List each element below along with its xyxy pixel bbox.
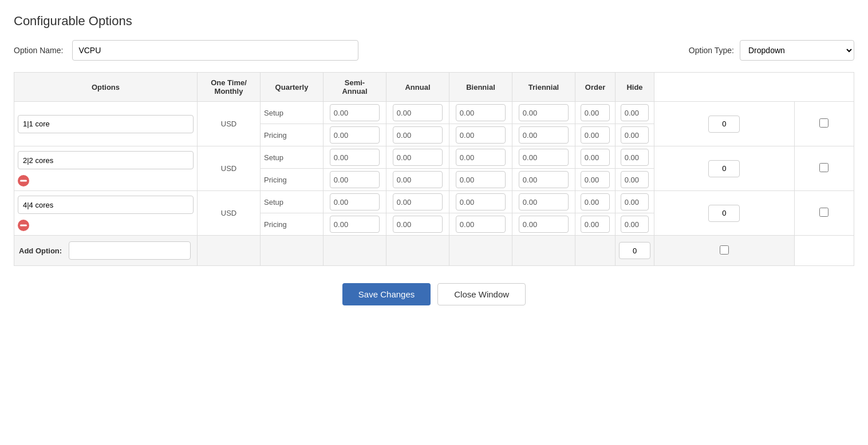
row1-setup-t-input[interactable] <box>621 104 649 121</box>
row2-pricing-t-input[interactable] <box>621 171 649 188</box>
row3-name-cell <box>14 191 198 236</box>
add-option-label: Add Option: <box>19 247 62 255</box>
row3-setup-a <box>512 191 575 213</box>
row1-setup-b-input[interactable] <box>581 104 610 121</box>
add-option-label-cell: Add Option: <box>14 236 198 266</box>
col-header-order: Order <box>575 73 616 102</box>
row2-pricing-t <box>616 169 654 191</box>
add-option-cell5 <box>512 236 575 266</box>
col-header-triennial: Triennial <box>512 73 575 102</box>
row1-pricing-q <box>386 124 449 146</box>
row1-order-cell <box>654 102 795 146</box>
row1-setup-sa-input[interactable] <box>456 104 506 121</box>
row2-pricing-sa-input[interactable] <box>456 171 506 188</box>
row1-setup-q <box>386 102 449 124</box>
table-row: USD Setup <box>14 102 854 124</box>
row2-setup-t <box>616 146 654 169</box>
close-button[interactable]: Close Window <box>437 283 526 305</box>
row1-pricing-sa-input[interactable] <box>456 126 506 144</box>
row1-name-input[interactable] <box>18 115 194 133</box>
row3-setup-b-input[interactable] <box>581 193 610 210</box>
row3-setup-t-input[interactable] <box>621 193 649 210</box>
row2-setup-a-input[interactable] <box>519 149 569 166</box>
row2-pricing-q <box>386 169 449 191</box>
row3-pricing-a-input[interactable] <box>519 216 569 233</box>
row2-setup-q-input[interactable] <box>393 149 443 166</box>
row3-setup-sa <box>449 191 512 213</box>
col-header-semi-annual: Semi-Annual <box>323 73 386 102</box>
row1-setup-sa <box>449 102 512 124</box>
page-title: Configurable Options <box>14 14 854 29</box>
row2-remove-icon[interactable] <box>18 175 29 186</box>
row1-order-input[interactable] <box>708 116 740 133</box>
col-header-annual: Annual <box>386 73 449 102</box>
row3-order-input[interactable] <box>708 205 740 222</box>
row2-setup-b-input[interactable] <box>581 149 610 166</box>
row1-setup-b <box>575 102 616 124</box>
add-option-hide-cell <box>654 236 795 266</box>
row3-name-input[interactable] <box>18 196 194 214</box>
row1-setup-a-input[interactable] <box>519 104 569 121</box>
row2-pricing-label: Pricing <box>261 169 323 191</box>
row2-setup-sa-input[interactable] <box>456 149 506 166</box>
row2-setup-t-input[interactable] <box>621 149 649 166</box>
add-option-cell3 <box>386 236 449 266</box>
table-row: USD Setup <box>14 146 854 169</box>
row1-pricing-q-input[interactable] <box>393 126 443 144</box>
row1-setup-q-input[interactable] <box>393 104 443 121</box>
row1-pricing-b-input[interactable] <box>581 126 610 144</box>
row3-pricing-b-input[interactable] <box>581 216 610 233</box>
row1-pricing-a-input[interactable] <box>519 126 569 144</box>
option-type-select[interactable]: Dropdown Radio Checkbox Quantity Text <box>740 40 854 61</box>
add-option-input[interactable] <box>69 241 191 260</box>
row2-pricing-b-input[interactable] <box>581 171 610 188</box>
row2-setup-b <box>575 146 616 169</box>
row1-setup-label: Setup <box>261 102 323 124</box>
row1-pricing-a <box>512 124 575 146</box>
row2-pricing-a <box>512 169 575 191</box>
row2-pricing-b <box>575 169 616 191</box>
row2-pricing-a-input[interactable] <box>519 171 569 188</box>
row3-pricing-t-input[interactable] <box>621 216 649 233</box>
row3-hide-checkbox[interactable] <box>819 208 828 217</box>
row1-hide-checkbox[interactable] <box>819 118 828 128</box>
row3-pricing-q-input[interactable] <box>393 216 443 233</box>
row2-pricing-otm <box>323 169 386 191</box>
row3-setup-q-input[interactable] <box>393 193 443 210</box>
row1-pricing-otm-input[interactable] <box>330 126 380 144</box>
col-header-one-time-monthly: One Time/Monthly <box>198 73 261 102</box>
row3-hide-cell <box>794 191 854 236</box>
row2-setup-otm <box>323 146 386 169</box>
footer-buttons: Save Changes Close Window <box>14 283 854 305</box>
row3-currency: USD <box>198 191 261 236</box>
add-option-order-cell <box>616 236 654 266</box>
col-header-quarterly: Quarterly <box>261 73 323 102</box>
option-name-row: Option Name: Option Type: Dropdown Radio… <box>14 40 854 61</box>
row1-pricing-t <box>616 124 654 146</box>
row2-setup-q <box>386 146 449 169</box>
row3-setup-label: Setup <box>261 191 323 213</box>
row1-pricing-t-input[interactable] <box>621 126 649 144</box>
row1-setup-otm <box>323 102 386 124</box>
row1-setup-otm-input[interactable] <box>330 104 380 121</box>
row3-setup-a-input[interactable] <box>519 193 569 210</box>
option-name-input[interactable] <box>72 40 358 61</box>
row3-pricing-sa-input[interactable] <box>456 216 506 233</box>
row2-pricing-q-input[interactable] <box>393 171 443 188</box>
row3-pricing-otm-input[interactable] <box>330 216 380 233</box>
row2-setup-otm-input[interactable] <box>330 149 380 166</box>
add-option-order-input[interactable] <box>619 242 650 259</box>
row2-order-input[interactable] <box>708 160 740 177</box>
row3-setup-otm <box>323 191 386 213</box>
row3-remove-icon[interactable] <box>18 220 29 231</box>
add-option-hide-checkbox[interactable] <box>720 245 729 255</box>
options-table: Options One Time/Monthly Quarterly Semi-… <box>14 72 854 266</box>
add-option-cell2 <box>323 236 386 266</box>
row1-currency: USD <box>198 102 261 146</box>
row2-pricing-otm-input[interactable] <box>330 171 380 188</box>
save-button[interactable]: Save Changes <box>342 283 431 305</box>
row2-name-input[interactable] <box>18 151 194 169</box>
row2-hide-checkbox[interactable] <box>819 163 828 172</box>
row3-setup-otm-input[interactable] <box>330 193 380 210</box>
row3-setup-sa-input[interactable] <box>456 193 506 210</box>
